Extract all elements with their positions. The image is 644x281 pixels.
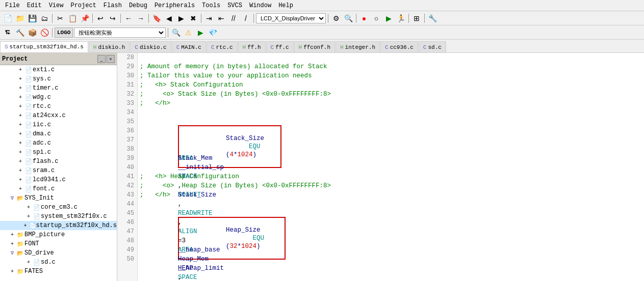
component-dropdown[interactable]: LCD_X_DisplayDriver xyxy=(256,13,326,23)
tab-startup[interactable]: S startup_stm32f10x_hd.s xyxy=(0,41,88,52)
tree-toggle-timer[interactable]: + xyxy=(16,84,24,92)
toolbar2-btn8[interactable]: 💎 xyxy=(207,27,218,38)
comment-button[interactable]: // xyxy=(228,13,239,24)
tree-item-spi[interactable]: + 📄 spi.c xyxy=(0,148,117,157)
tree-item-timer[interactable]: + 📄 timer.c xyxy=(0,83,117,93)
tree-toggle-sd-drive[interactable]: ▽ xyxy=(8,249,16,257)
window-button[interactable]: ⊞ xyxy=(411,13,422,24)
tree-toggle-exti[interactable]: + xyxy=(16,66,24,74)
tree-toggle-bmp[interactable]: + xyxy=(8,231,16,239)
stop-button[interactable]: ○ xyxy=(371,13,382,24)
menu-file[interactable]: File xyxy=(2,1,23,10)
tree-toggle-font[interactable]: + xyxy=(16,185,24,193)
tree-toggle-sys[interactable]: + xyxy=(16,75,24,83)
nav-back-button[interactable]: ← xyxy=(123,13,134,24)
project-dropdown[interactable]: 按钮检测实验 xyxy=(74,27,166,38)
save-button[interactable]: 💾 xyxy=(27,13,38,24)
tree-toggle-sram[interactable]: + xyxy=(16,166,24,175)
redo-button[interactable]: ↪ xyxy=(107,13,118,24)
project-toolbar-btn3[interactable]: 📦 xyxy=(27,27,38,38)
tab-ffconf-h[interactable]: H ffconf.h xyxy=(294,41,335,52)
tree-toggle-sd-c[interactable]: + xyxy=(24,258,33,266)
menu-edit[interactable]: Edit xyxy=(24,1,45,10)
tree-toggle-system-stm32[interactable]: + xyxy=(24,212,33,220)
toolbar2-btn7[interactable]: ▶ xyxy=(195,27,206,38)
tree-toggle-wdg[interactable]: + xyxy=(16,93,24,101)
toolbar2-btn5[interactable]: 🔍 xyxy=(170,27,182,38)
tree-item-at24cxx[interactable]: + 📄 at24cxx.c xyxy=(0,111,117,120)
tree-item-sd-drive[interactable]: ▽ 📂 SD_drive xyxy=(0,248,117,258)
tree-toggle-adc[interactable]: + xyxy=(16,139,24,147)
tree-toggle-dma[interactable]: + xyxy=(16,130,24,138)
code-container[interactable]: 28 29 30 31 32 33 34 35 36 37 38 39 40 4… xyxy=(117,53,644,281)
indent-button[interactable]: ⇥ xyxy=(203,13,215,24)
unindent-button[interactable]: ⇤ xyxy=(216,13,227,24)
menu-peripherals[interactable]: Peripherals xyxy=(151,1,198,10)
prev-bookmark-button[interactable]: ◀ xyxy=(163,13,174,24)
code-content[interactable]: ; Amount of memory (in bytes) allocated … xyxy=(138,53,644,281)
menu-flash[interactable]: Flash xyxy=(100,1,125,10)
configure-button[interactable]: ⚙ xyxy=(330,13,342,24)
sidebar-minimize-button[interactable]: _ xyxy=(97,55,106,63)
clear-bookmark-button[interactable]: ✖ xyxy=(188,13,199,24)
tab-diskio-h[interactable]: H diskio.h xyxy=(89,41,130,52)
bookmark-button[interactable]: 🔖 xyxy=(151,13,162,24)
tree-item-sys[interactable]: + 📄 sys.c xyxy=(0,74,117,83)
project-toolbar-btn1[interactable]: 🏗 xyxy=(2,27,13,38)
menu-window[interactable]: Window xyxy=(246,1,274,10)
copy-button[interactable]: 📋 xyxy=(67,13,78,24)
tree-toggle-sysinit[interactable]: ▽ xyxy=(8,194,16,202)
tree-toggle-rtc[interactable]: + xyxy=(16,102,24,110)
tree-item-wdg[interactable]: + 📄 wdg.c xyxy=(0,93,117,102)
nav-forward-button[interactable]: → xyxy=(135,13,146,24)
sidebar-tree[interactable]: + 📄 exti.c + 📄 sys.c + 📄 timer.c + 📄 wd xyxy=(0,65,117,281)
uncomment-button[interactable]: / xyxy=(240,13,251,24)
tree-item-bmp[interactable]: + 📁 BMP_picture xyxy=(0,230,117,239)
tab-ff-c[interactable]: C ff.c xyxy=(266,41,294,52)
tab-main-c[interactable]: C MAIN.c xyxy=(172,41,206,52)
tree-toggle-flash[interactable]: + xyxy=(16,157,24,165)
tab-sd-c[interactable]: C sd.c xyxy=(419,41,446,52)
undo-button[interactable]: ↩ xyxy=(95,13,106,24)
menu-debug[interactable]: Debug xyxy=(126,1,150,10)
tree-item-iic[interactable]: + 📄 iic.c xyxy=(0,120,117,129)
tree-toggle-at24cxx[interactable]: + xyxy=(16,111,24,120)
tab-ff-h[interactable]: H ff.h xyxy=(238,41,266,52)
tree-item-sd-c[interactable]: + 📄 sd.c xyxy=(0,258,117,267)
tree-toggle-fates[interactable]: + xyxy=(8,267,16,275)
project-toolbar-btn2[interactable]: 🔨 xyxy=(14,27,25,38)
new-button[interactable]: 📄 xyxy=(2,13,13,24)
sidebar-close-button[interactable]: × xyxy=(107,55,115,63)
tree-item-system-stm32[interactable]: + 📄 system_stm32f10x.c xyxy=(0,212,117,221)
record-button[interactable]: ● xyxy=(358,13,370,24)
menu-project[interactable]: Project xyxy=(67,1,99,10)
play-button[interactable]: ▶ xyxy=(383,13,394,24)
tab-integer-h[interactable]: H integer.h xyxy=(336,41,380,52)
next-bookmark-button[interactable]: ▶ xyxy=(175,13,187,24)
paste-button[interactable]: 📌 xyxy=(79,13,90,24)
tree-item-core-cm3[interactable]: + 📄 core_cm3.c xyxy=(0,203,117,212)
tree-toggle-lcd9341[interactable]: + xyxy=(16,176,24,184)
run-button[interactable]: 🏃 xyxy=(395,13,406,24)
tree-item-sram[interactable]: + 📄 sram.c xyxy=(0,166,117,175)
save-all-button[interactable]: 🗂 xyxy=(39,13,50,24)
tree-item-adc[interactable]: + 📄 adc.c xyxy=(0,138,117,148)
tab-diskio-c[interactable]: C diskio.c xyxy=(130,41,171,52)
settings-button[interactable]: 🔧 xyxy=(427,13,438,24)
tree-item-flash[interactable]: + 📄 flash.c xyxy=(0,157,117,166)
tree-toggle-font-folder[interactable]: + xyxy=(8,240,16,248)
tree-item-font[interactable]: + 📄 font.c xyxy=(0,184,117,193)
menu-view[interactable]: View xyxy=(46,1,67,10)
menu-svcs[interactable]: SVCS xyxy=(224,1,245,10)
tree-item-font-folder[interactable]: + 📁 FONT xyxy=(0,239,117,248)
tree-toggle-spi[interactable]: + xyxy=(16,148,24,156)
toolbar2-btn6[interactable]: ⚠ xyxy=(183,27,194,38)
open-button[interactable]: 📁 xyxy=(14,13,25,24)
tree-item-dma[interactable]: + 📄 dma.c xyxy=(0,129,117,138)
tab-cc936-c[interactable]: C cc936.c xyxy=(380,41,418,52)
menu-help[interactable]: Help xyxy=(275,1,296,10)
project-toolbar-btn4[interactable]: 🚫 xyxy=(39,27,50,38)
tree-item-sysinit[interactable]: ▽ 📂 SYS_Init xyxy=(0,193,117,203)
tab-rtc-c[interactable]: C rtc.c xyxy=(207,41,238,52)
tree-item-rtc[interactable]: + 📄 rtc.c xyxy=(0,102,117,111)
